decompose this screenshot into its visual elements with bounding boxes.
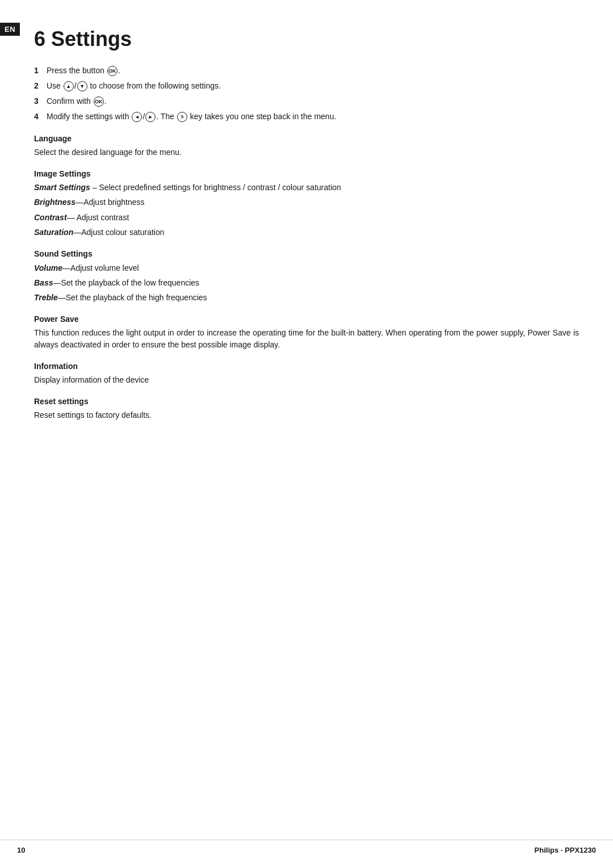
bass-label: Bass [34, 278, 53, 287]
step-1: 1 Press the button OK. [34, 65, 579, 77]
footer-page-number: 10 [17, 846, 25, 854]
footer: 10 Philips · PPX1230 [0, 840, 613, 854]
s-icon: S [177, 112, 187, 122]
section-image-settings: Image Settings Smart Settings – Select p… [34, 169, 579, 239]
smart-settings-label: Smart Settings [34, 183, 90, 192]
section-language: Language Select the desired language for… [34, 134, 579, 159]
page-title: 6 Settings [34, 23, 579, 51]
step-2-content: Use ▲/▼ to choose from the following set… [47, 80, 579, 92]
treble-label: Treble [34, 293, 58, 302]
step-4-content: Modify the settings with ◄/►. The S key … [47, 111, 579, 123]
content-area: 6 Settings 1 Press the button OK. 2 Use … [34, 23, 579, 421]
section-reset-settings: Reset settings Reset settings to factory… [34, 397, 579, 422]
step-2: 2 Use ▲/▼ to choose from the following s… [34, 80, 579, 92]
section-sound-settings: Sound Settings Volume—Adjust volume leve… [34, 249, 579, 304]
step-4-num: 4 [34, 111, 44, 123]
left-icon: ◄ [132, 112, 142, 122]
steps-list: 1 Press the button OK. 2 Use ▲/▼ to choo… [34, 65, 579, 123]
information-heading: Information [34, 362, 579, 371]
image-settings-intro: Smart Settings – Select predefined setti… [34, 182, 579, 194]
contrast-label: Contrast [34, 213, 67, 222]
step-3-num: 3 [34, 95, 44, 107]
ok-icon-2: OK [94, 97, 104, 107]
right-icon: ► [145, 112, 156, 122]
brightness-item: Brightness—Adjust brightness [34, 196, 579, 208]
power-save-body: This function reduces the light output i… [34, 327, 579, 351]
step-2-num: 2 [34, 80, 44, 92]
language-body: Select the desired language for the menu… [34, 146, 579, 159]
reset-settings-body: Reset settings to factory defaults. [34, 409, 579, 422]
bass-item: Bass—Set the playback of the low frequen… [34, 276, 579, 289]
reset-settings-heading: Reset settings [34, 397, 579, 406]
step-1-num: 1 [34, 65, 44, 77]
volume-label: Volume [34, 263, 62, 272]
information-body: Display information of the device [34, 374, 579, 387]
contrast-item: Contrast— Adjust contrast [34, 211, 579, 224]
saturation-item: Saturation—Adjust colour saturation [34, 226, 579, 238]
saturation-label: Saturation [34, 228, 73, 237]
step-3-content: Confirm with OK. [47, 95, 579, 107]
ok-icon-1: OK [107, 66, 117, 76]
treble-item: Treble—Set the playback of the high freq… [34, 291, 579, 304]
power-save-heading: Power Save [34, 315, 579, 324]
language-badge: EN [0, 23, 20, 36]
brightness-label: Brightness [34, 198, 75, 207]
step-4: 4 Modify the settings with ◄/►. The S ke… [34, 111, 579, 123]
section-information: Information Display information of the d… [34, 362, 579, 387]
page-container: EN 6 Settings 1 Press the button OK. 2 U… [0, 0, 613, 868]
step-3: 3 Confirm with OK. [34, 95, 579, 107]
sound-settings-heading: Sound Settings [34, 249, 579, 258]
down-icon: ▼ [77, 81, 87, 91]
language-heading: Language [34, 134, 579, 143]
up-icon: ▲ [64, 81, 74, 91]
section-power-save: Power Save This function reduces the lig… [34, 315, 579, 351]
image-settings-heading: Image Settings [34, 169, 579, 178]
step-1-content: Press the button OK. [47, 65, 579, 77]
footer-brand: Philips · PPX1230 [535, 846, 596, 854]
volume-item: Volume—Adjust volume level [34, 262, 579, 274]
